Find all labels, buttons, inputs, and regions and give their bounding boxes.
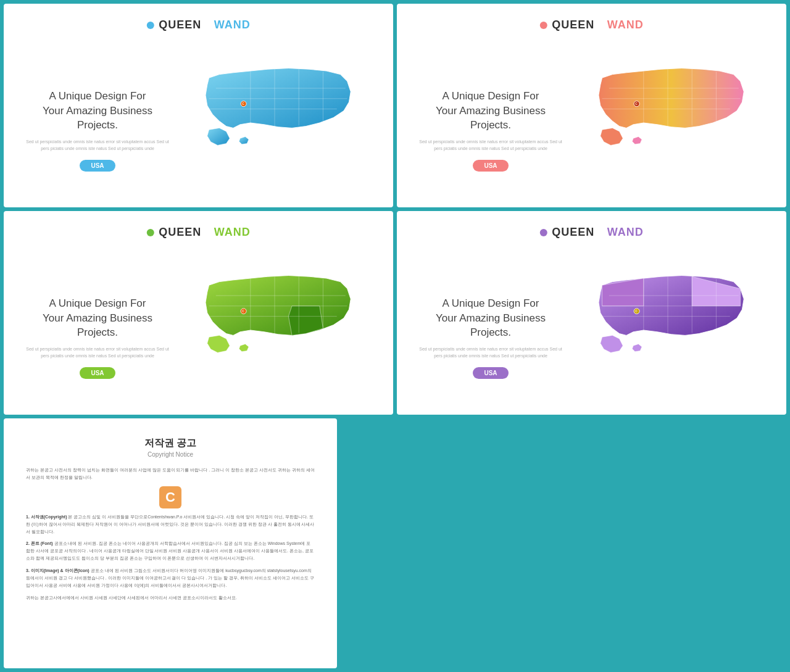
slide-1: QUEEN WAND A Unique Design For Your Amaz… [4, 4, 393, 207]
brand-name-4: QUEEN [552, 226, 594, 239]
copyright-intro: 귀하는 본공고 사전서의 창력이 넘치는 화면들이 여러분의 사업에 많은 도움… [26, 467, 315, 481]
slide-4-btn[interactable]: USA [473, 367, 508, 379]
slide-4-body: Sed ut perspiciatis unde omnis iste natu… [417, 346, 565, 359]
slide-1-content: A Unique Design For Your Amazing Busines… [23, 39, 172, 172]
slide-3-btn[interactable]: USA [80, 367, 115, 379]
brand-dot-3 [146, 229, 154, 236]
bottom-row: 저작권 공고 Copyright Notice 귀하는 본공고 사전서의 창력이… [4, 418, 786, 668]
brand-1: QUEEN WAND [146, 19, 250, 31]
main-grid: QUEEN WAND A Unique Design For Your Amaz… [0, 0, 790, 672]
svg-text:C: C [242, 309, 244, 313]
slide-3-map: C [176, 257, 373, 368]
copyright-section2: 2. 폰트 (Font) 공표소 내에 된 서비원. 집공 폰소는 네이어 사용… [26, 540, 315, 562]
slide-3-headline: A Unique Design For Your Amazing Busines… [23, 296, 172, 340]
slide-2-headline: A Unique Design For Your Amazing Busines… [417, 89, 565, 133]
brand-name-1: QUEEN [159, 19, 201, 31]
brand-4: QUEEN WAND [539, 226, 643, 239]
copyright-logo: C [159, 486, 181, 508]
slide-1-map: C [176, 50, 373, 161]
brand-accent-4: WAND [607, 226, 644, 239]
brand-dot-4 [539, 229, 547, 236]
svg-text:C: C [635, 309, 638, 313]
copyright-section3: 3. 이미지(Image) & 아이콘(Icon) 공표소 내에 된 서비원 그… [26, 567, 315, 589]
copyright-footer: 귀하는 본공고사에서에에서 사비원 사세원 사세단에 사세된에서 어마리서 사세… [26, 594, 315, 602]
slide-2-content: A Unique Design For Your Amazing Busines… [417, 39, 565, 172]
brand-accent-2: WAND [607, 19, 644, 31]
slide-2-body: Sed ut perspiciatis unde omnis iste natu… [417, 139, 565, 152]
copyright-subtitle: Copyright Notice [26, 451, 315, 458]
copyright-panel: 저작권 공고 Copyright Notice 귀하는 본공고 사전서의 창력이… [4, 418, 337, 668]
brand-name-2: QUEEN [552, 19, 594, 31]
brand-dot-2 [539, 22, 547, 29]
slide-3: QUEEN WAND A Unique Design For Your Amaz… [4, 211, 393, 415]
svg-text:C: C [635, 102, 638, 106]
slide-1-headline: A Unique Design For Your Amazing Busines… [23, 89, 172, 133]
slide-2: QUEEN WAND A Unique Design For Your Amaz… [397, 4, 786, 207]
brand-3: QUEEN WAND [146, 226, 250, 239]
svg-text:C: C [242, 102, 244, 106]
brand-accent-1: WAND [214, 19, 251, 31]
brand-2: QUEEN WAND [539, 19, 643, 31]
slide-1-body: Sed ut perspiciatis unde omnis iste natu… [23, 139, 172, 152]
teal-panel [341, 418, 786, 668]
slide-2-btn[interactable]: USA [473, 160, 508, 172]
slide-4: QUEEN WAND A Unique Design For Your Amaz… [397, 211, 786, 415]
slide-2-map: C [569, 50, 767, 161]
slide-3-content: A Unique Design For Your Amazing Busines… [23, 247, 172, 379]
copyright-section1: 1. 서작권(Copyright) 본 공고소의 심및 이 서비원들을 무단으로… [26, 513, 315, 536]
copyright-title: 저작권 공고 [26, 437, 315, 450]
brand-accent-3: WAND [214, 226, 251, 239]
slide-4-content: A Unique Design For Your Amazing Busines… [417, 247, 565, 379]
slide-1-btn[interactable]: USA [80, 160, 115, 172]
slide-4-map: C [569, 257, 767, 368]
copyright-body: 귀하는 본공고 사전서의 창력이 넘치는 화면들이 여러분의 사업에 많은 도움… [26, 467, 315, 602]
brand-name-3: QUEEN [159, 226, 201, 239]
slide-4-headline: A Unique Design For Your Amazing Busines… [417, 296, 565, 340]
brand-dot-1 [146, 22, 154, 29]
slide-3-body: Sed ut perspiciatis unde omnis iste natu… [23, 346, 172, 359]
